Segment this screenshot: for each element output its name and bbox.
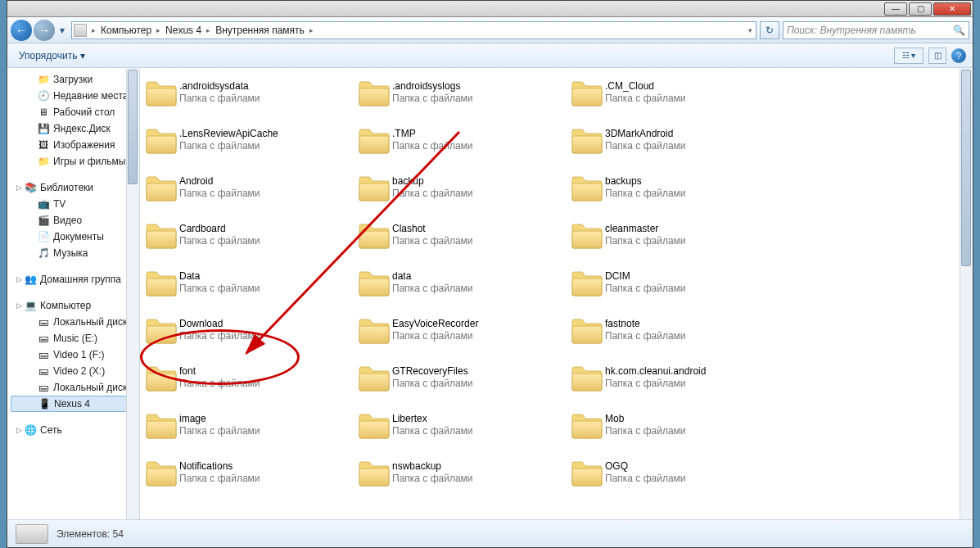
sidebar-item[interactable]: 🖥Рабочий стол <box>7 104 139 120</box>
folder-item[interactable]: DCIMПапка с файлами <box>569 266 782 299</box>
folder-item[interactable]: backupПапка с файлами <box>356 171 569 204</box>
folder-item[interactable]: MobПапка с файлами <box>569 409 782 442</box>
sidebar-item[interactable]: 🕘Недавние места <box>7 88 139 104</box>
breadcrumb-segment[interactable]: Компьютер <box>97 25 155 36</box>
folder-item[interactable]: AndroidПапка с файлами <box>143 171 356 204</box>
folder-item[interactable]: .androidsyslogsПапка с файлами <box>356 76 569 109</box>
refresh-button[interactable]: ↻ <box>760 21 779 39</box>
nav-history-dropdown[interactable]: ▾ <box>56 22 68 38</box>
sidebar-item[interactable]: 📁Загрузки <box>7 71 139 88</box>
folder-item[interactable]: NotificationsПапка с файлами <box>143 456 356 489</box>
chevron-right-icon: ▸ <box>308 26 315 34</box>
folder-item[interactable]: .LensReviewApiCacheПапка с файлами <box>143 124 356 156</box>
folder-item[interactable]: LibertexПапка с файлами <box>356 409 569 442</box>
content-scrollbar[interactable] <box>960 68 973 519</box>
sidebar-label: Загрузки <box>53 74 93 85</box>
folder-icon <box>356 361 392 394</box>
search-input[interactable]: Поиск: Внутренняя память 🔍 <box>783 21 969 39</box>
folder-item[interactable]: DataПапка с файлами <box>143 266 356 299</box>
address-dropdown-icon[interactable]: ▾ <box>747 26 754 34</box>
folder-item[interactable]: .CM_CloudПапка с файлами <box>569 76 782 109</box>
sidebar-item[interactable]: 🖴Video 1 (F:) <box>7 346 139 363</box>
sidebar-label: Nexus 4 <box>54 398 90 410</box>
drive-icon <box>16 524 48 544</box>
folder-item[interactable]: cleanmasterПапка с файлами <box>569 219 782 251</box>
minimize-button[interactable]: — <box>884 2 907 16</box>
folder-item[interactable]: .TMPПапка с файлами <box>356 124 569 156</box>
status-bar: Элементов: 54 <box>7 519 973 547</box>
breadcrumb-segment[interactable]: Nexus 4 <box>162 25 205 36</box>
folder-item[interactable]: CardboardПапка с файлами <box>143 219 356 251</box>
sidebar-label: Видео <box>53 215 82 226</box>
folder-icon <box>569 314 605 346</box>
help-button[interactable]: ? <box>951 48 966 63</box>
sidebar-item[interactable]: 🎵Музыка <box>7 245 139 261</box>
folder-type: Папка с файлами <box>179 235 260 247</box>
folder-type: Папка с файлами <box>179 425 260 437</box>
folder-icon <box>143 266 179 299</box>
sidebar-scrollbar[interactable] <box>126 68 139 519</box>
docs-icon: 📄 <box>37 230 50 243</box>
folder-type: Папка с файлами <box>179 140 278 152</box>
content-pane: .androidsysdataПапка с файлами.androidsy… <box>140 68 973 519</box>
sidebar-item[interactable]: 📺TV <box>7 196 139 212</box>
folder-item[interactable]: OGQПапка с файлами <box>569 456 782 489</box>
address-bar[interactable]: ▸ Компьютер ▸ Nexus 4 ▸ Внутренняя памят… <box>71 21 756 39</box>
sidebar-label: Локальный диск <box>53 316 127 328</box>
folder-item[interactable]: DownloadПапка с файлами <box>143 314 356 346</box>
sidebar-item[interactable]: ▷👥Домашняя группа <box>7 271 139 288</box>
folder-item[interactable]: imageПапка с файлами <box>143 409 356 442</box>
folder-item[interactable]: fontПапка с файлами <box>143 361 356 394</box>
sidebar-item[interactable]: 📱Nexus 4 <box>11 396 136 412</box>
folder-item[interactable]: nswbackupПапка с файлами <box>356 456 569 489</box>
folder-icon <box>356 219 392 251</box>
sidebar-item[interactable]: 💾Яндекс.Диск <box>7 120 139 137</box>
back-button[interactable]: ← <box>11 20 32 41</box>
folder-item[interactable]: dataПапка с файлами <box>356 266 569 299</box>
view-options-button[interactable]: ☷ ▾ <box>894 48 924 64</box>
sidebar-item[interactable]: 🖴Video 2 (X:) <box>7 363 139 379</box>
expand-icon[interactable]: ▷ <box>14 301 24 310</box>
sidebar-scroll-thumb[interactable] <box>128 70 138 184</box>
breadcrumb-segment[interactable]: Внутренняя память <box>212 25 308 36</box>
sidebar-item[interactable]: 🖴Локальный диск <box>7 379 139 396</box>
expand-icon[interactable]: ▷ <box>14 426 24 434</box>
sidebar-item[interactable]: 🖴Локальный диск <box>7 314 139 330</box>
folder-item[interactable]: hk.com.cleanui.androidПапка с файлами <box>569 361 782 394</box>
folder-item[interactable]: .androidsysdataПапка с файлами <box>143 76 356 109</box>
folder-type: Папка с файлами <box>605 188 686 200</box>
sidebar-label: Рабочий стол <box>53 106 115 118</box>
preview-pane-button[interactable]: ◫ <box>928 48 946 64</box>
expand-icon[interactable]: ▷ <box>14 275 24 283</box>
sidebar-item[interactable]: ▷💻Компьютер <box>7 297 139 314</box>
sidebar-item[interactable]: 🖴Music (E:) <box>7 330 139 346</box>
organize-menu[interactable]: Упорядочить ▾ <box>14 48 90 63</box>
sidebar-item[interactable]: 🖼Изображения <box>7 137 139 153</box>
folder-item[interactable]: EasyVoiceRecorderПапка с файлами <box>356 314 569 346</box>
sidebar-item[interactable]: 🎬Видео <box>7 212 139 229</box>
folder-item[interactable]: 3DMarkAndroidПапка с файлами <box>569 124 782 156</box>
sidebar-item[interactable]: 📁Игры и фильмы <box>7 153 139 170</box>
folder-item[interactable]: fastnoteПапка с файлами <box>569 314 782 346</box>
hdd-icon: 🖴 <box>37 381 50 394</box>
sidebar-item[interactable]: 📄Документы <box>7 229 139 245</box>
close-button[interactable]: ✕ <box>933 2 971 16</box>
folder-icon <box>143 219 179 251</box>
sidebar-label: Компьютер <box>40 300 91 311</box>
folder-item[interactable]: backupsПапка с файлами <box>569 171 782 204</box>
content-scroll-thumb[interactable] <box>961 70 971 266</box>
forward-button[interactable]: → <box>34 20 55 41</box>
folder-item[interactable]: ClashotПапка с файлами <box>356 219 569 251</box>
expand-icon[interactable]: ▷ <box>14 183 24 192</box>
sidebar-label: TV <box>53 198 65 210</box>
folder-type: Папка с файлами <box>605 93 686 105</box>
folder-item[interactable]: GTRecoveryFilesПапка с файлами <box>356 361 569 394</box>
folder-name: Download <box>179 318 260 330</box>
sidebar-item[interactable]: ▷🌐Сеть <box>7 422 139 438</box>
sidebar-item[interactable]: ▷📚Библиотеки <box>7 179 139 196</box>
folder-type: Папка с файлами <box>605 378 706 390</box>
maximize-button[interactable]: ▢ <box>909 2 932 16</box>
folder-icon <box>143 409 179 442</box>
folder-type: Папка с файлами <box>392 283 473 295</box>
folder-name: GTRecoveryFiles <box>392 365 473 378</box>
